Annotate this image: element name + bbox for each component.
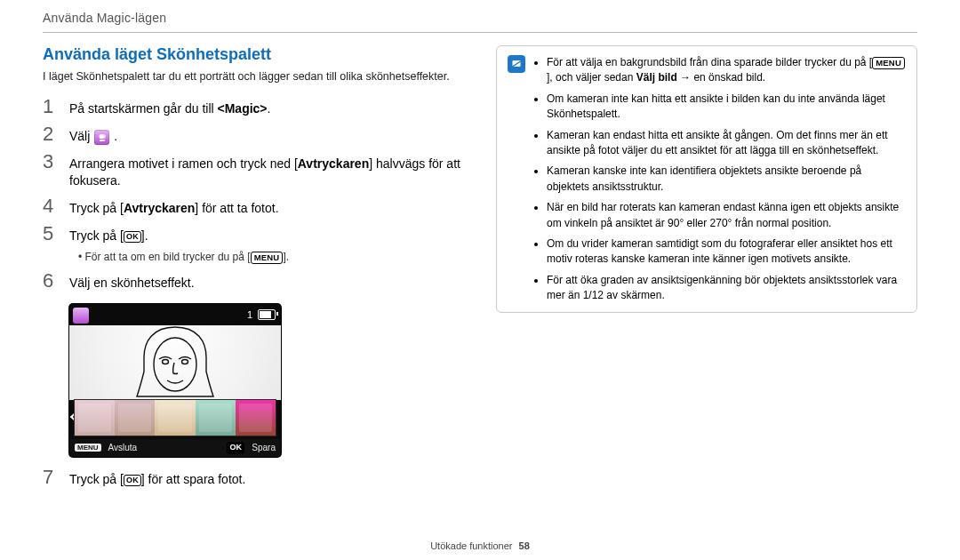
step-4: 4 Tryck på [Avtryckaren] för att ta foto…: [43, 193, 464, 220]
info-item: För att öka graden av ansiktsigenkänning…: [547, 273, 906, 304]
effect-thumb: [115, 400, 155, 436]
footer-label: Utökade funktioner: [430, 540, 512, 551]
info-item: Om kameran inte kan hitta ett ansikte i …: [547, 92, 906, 123]
info-item: För att välja en bakgrundsbild från dina…: [547, 55, 906, 86]
camera-status: 1: [247, 309, 276, 320]
info-item: När en bild har roterats kan kameran end…: [547, 200, 906, 231]
step-6: 6 Välj en skönhetseffekt.: [43, 268, 464, 295]
step-text: Tryck på [OK]. • För att ta om en bild t…: [69, 228, 464, 264]
intro-text: I läget Skönhetspalett tar du ett porträ…: [43, 69, 464, 84]
step-number: 2: [43, 124, 59, 144]
beauty-palette-icon: [94, 130, 109, 145]
step-3: 3 Arrangera motivet i ramen och tryck ne…: [43, 148, 464, 193]
effect-thumbnails: [75, 400, 276, 436]
step-text: Välj en skönhetseffekt.: [69, 275, 464, 292]
effect-thumb: [155, 400, 195, 436]
preview-area: [69, 325, 281, 400]
step-list-continued: 7 Tryck på [OK] för att spara fotot.: [43, 464, 464, 492]
info-icon: [508, 55, 525, 73]
step-number: 7: [43, 468, 59, 487]
effect-thumb: [236, 400, 276, 436]
step-text: Arrangera motivet i ramen och tryck ned …: [69, 156, 464, 189]
step-5: 5 Tryck på [OK]. • För att ta om en bild…: [43, 220, 464, 268]
info-item: Kameran kanske inte kan identifiera obje…: [547, 164, 906, 195]
right-column: För att välja en bakgrundsbild från dina…: [496, 45, 917, 492]
step-text: På startskärmen går du till <Magic>.: [69, 100, 464, 117]
breadcrumb: Använda Magic-lägen: [43, 0, 917, 32]
step-text: Tryck på [OK] för att spara fotot.: [69, 471, 464, 488]
info-list: För att välja en bakgrundsbild från dina…: [534, 55, 906, 303]
menu-icon: MENU: [872, 57, 905, 69]
divider: [43, 32, 917, 33]
step-2: 2 Välj .: [43, 121, 464, 149]
info-callout: För att välja en bakgrundsbild från dina…: [496, 45, 917, 313]
save-label: Spara: [252, 443, 276, 452]
step-number: 3: [43, 152, 59, 172]
camera-screenshot: 1 Normal: [69, 304, 281, 457]
svg-rect-2: [100, 140, 105, 141]
page-footer: Utökade funktioner 58: [43, 540, 917, 551]
battery-icon: [258, 309, 276, 320]
mode-badge-icon: [73, 308, 89, 324]
menu-chip-icon: MENU: [75, 444, 101, 452]
step-number: 5: [43, 224, 59, 244]
ok-icon: OK: [124, 231, 141, 243]
shot-count: 1: [247, 309, 252, 320]
step-subnote: • För att ta om en bild trycker du på [M…: [69, 250, 464, 264]
step-number: 4: [43, 196, 59, 216]
menu-icon: MENU: [251, 252, 284, 264]
ok-chip-icon: OK: [227, 442, 244, 453]
svg-point-4: [163, 359, 169, 364]
step-number: 6: [43, 271, 59, 291]
page-number: 58: [519, 540, 530, 551]
step-7: 7 Tryck på [OK] för att spara fotot.: [43, 464, 464, 492]
svg-point-5: [182, 359, 188, 364]
effect-thumb: [196, 400, 236, 436]
left-column: Använda läget Skönhetspalett I läget Skö…: [43, 45, 464, 492]
step-text: Välj .: [69, 128, 464, 146]
svg-point-1: [101, 134, 106, 139]
exit-label: Avsluta: [108, 443, 138, 452]
step-1: 1 På startskärmen går du till <Magic>.: [43, 93, 464, 121]
section-title: Använda läget Skönhetspalett: [43, 45, 464, 64]
info-item: Kameran kan endast hitta ett ansikte åt …: [547, 128, 906, 159]
info-item: Om du vrider kameran samtidigt som du fo…: [547, 236, 906, 268]
camera-bottom-bar: MENU Avsluta OK Spara: [69, 439, 281, 457]
ok-icon: OK: [124, 475, 141, 486]
step-list: 1 På startskärmen går du till <Magic>. 2…: [43, 93, 464, 295]
effect-thumb: [75, 400, 115, 436]
step-number: 1: [43, 97, 59, 116]
step-text: Tryck på [Avtryckaren] för att ta fotot.: [69, 200, 464, 217]
